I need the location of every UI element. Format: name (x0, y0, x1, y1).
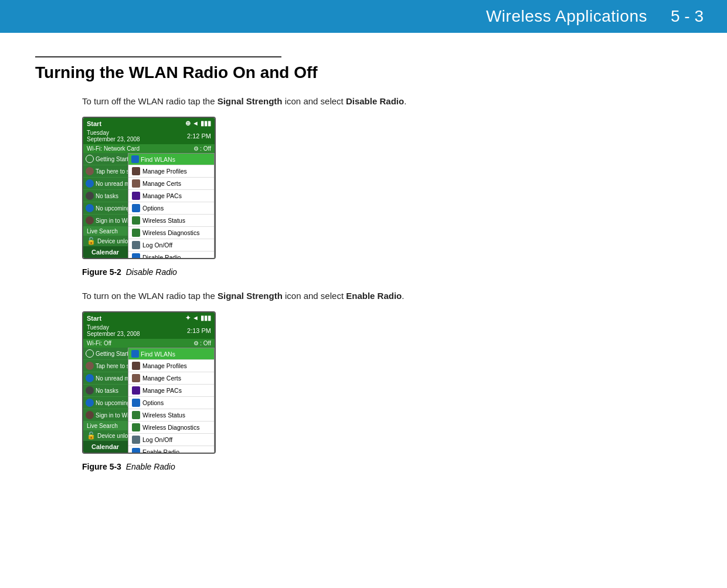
icon-getting-1 (86, 155, 94, 163)
section-divider (35, 56, 281, 57)
overlay-item-2-find[interactable]: Find WLANs (128, 348, 214, 360)
options-icon-2 (132, 399, 140, 407)
manage-pacs-icon-2 (132, 386, 140, 395)
options-icon (132, 204, 140, 212)
enable-radio-icon (132, 448, 140, 454)
overlay-item-1-profiles[interactable]: Manage Profiles (128, 165, 214, 178)
bt-label-1: ⚙ : Off (193, 145, 212, 152)
figure-2-container: Start ⊕ ◄ ▮▮▮ Tuesday September 23, 2008… (82, 117, 692, 259)
find-wlans-icon (131, 155, 139, 163)
wifi-label-1: Wi-Fi: Network Card (87, 145, 140, 152)
screen-body-2: Getting Start... Tap here to set... No u… (83, 348, 215, 441)
overlay-item-2-status[interactable]: Wireless Status (128, 409, 214, 422)
figure-3-container: Start ✦ ◄ ▮▮▮ Tuesday September 23, 2008… (82, 311, 692, 454)
overlay-menu-1: Find WLANs Manage Profiles Manage Certs … (128, 153, 215, 259)
paragraph-1: To turn off the WLAN radio tap the Signa… (82, 96, 692, 106)
date-2: September 23, 2008 (87, 331, 140, 337)
overlay-item-1-status[interactable]: Wireless Status (128, 215, 214, 227)
header-title: Wireless Applications (486, 7, 647, 26)
wireless-status-icon-1 (132, 216, 140, 225)
overlay-item-1-options[interactable]: Options (128, 202, 214, 215)
icon-tap-2 (86, 362, 94, 370)
datetime-row-2: Tuesday September 23, 2008 2:13 PM (83, 324, 215, 339)
mobile-screen-2: Start ✦ ◄ ▮▮▮ Tuesday September 23, 2008… (82, 311, 216, 454)
logon-icon-2 (132, 436, 140, 444)
time-2: 2:13 PM (187, 327, 211, 334)
overlay-item-2-enable[interactable]: Enable Radio (128, 446, 214, 454)
overlay-item-2-diag[interactable]: Wireless Diagnostics (128, 422, 214, 434)
overlay-item-2-pacs[interactable]: Manage PACs (128, 385, 214, 397)
section-heading: Turning the WLAN Radio On and Off (35, 63, 692, 82)
manage-pacs-icon (132, 192, 140, 200)
start-label-2: Start (87, 315, 101, 322)
icon-signin-1 (86, 216, 94, 225)
overlay-item-1-disable[interactable]: Disable Radio (128, 251, 214, 259)
icon-unread-1 (86, 179, 94, 188)
manage-profiles-icon-2 (132, 362, 140, 370)
date-1: September 23, 2008 (87, 136, 140, 142)
wifi-status-row-2: Wi-Fi: Off ⚙ : Off (83, 339, 215, 348)
icon-tasks-2 (86, 386, 94, 395)
mobile-screen-1: Start ⊕ ◄ ▮▮▮ Tuesday September 23, 2008… (82, 117, 216, 259)
day-2: Tuesday (87, 324, 140, 331)
bottom-calendar-1: Calendar (91, 249, 119, 256)
header-bar: Wireless Applications 5 - 3 (0, 0, 727, 33)
overlay-item-1-pacs[interactable]: Manage PACs (128, 190, 214, 202)
overlay-item-1-find[interactable]: Find WLANs (128, 154, 214, 165)
paragraph-2: To turn on the WLAN radio tap the Signal… (82, 291, 692, 301)
datetime-row-1: Tuesday September 23, 2008 2:12 PM (83, 129, 215, 144)
icon-signin-2 (86, 411, 94, 419)
topbar-icons-1: ⊕ ◄ ▮▮▮ (185, 120, 211, 127)
wifi-label-2: Wi-Fi: Off (87, 340, 111, 346)
icon-upcoming-1 (86, 204, 94, 212)
disable-radio-icon (132, 253, 140, 259)
main-content: Turning the WLAN Radio On and Off To tur… (0, 33, 727, 509)
find-wlans-icon-2 (131, 350, 139, 358)
manage-profiles-icon (132, 167, 140, 175)
logon-icon-1 (132, 241, 140, 249)
icon-getting-2 (86, 349, 94, 358)
day-1: Tuesday (87, 130, 140, 136)
overlay-item-2-logon[interactable]: Log On/Off (128, 434, 214, 446)
icon-unread-2 (86, 374, 94, 382)
wireless-diag-icon-1 (132, 229, 140, 237)
overlay-item-1-diag[interactable]: Wireless Diagnostics (128, 227, 214, 239)
icon-tasks-1 (86, 192, 94, 200)
start-label-1: Start (87, 120, 101, 127)
time-1: 2:12 PM (187, 132, 211, 140)
screen-body-1: Getting Start... Tap here to set... No u… (83, 153, 215, 246)
manage-certs-icon (132, 179, 140, 188)
icon-upcoming-2 (86, 399, 94, 407)
mobile-topbar-1: Start ⊕ ◄ ▮▮▮ (83, 118, 215, 129)
overlay-item-2-profiles[interactable]: Manage Profiles (128, 360, 214, 372)
icon-tap-1 (86, 167, 94, 175)
wireless-diag-icon-2 (132, 423, 140, 431)
bottom-calendar-2: Calendar (91, 443, 119, 450)
bt-label-2: ⚙ : Off (193, 340, 212, 346)
overlay-item-2-options[interactable]: Options (128, 397, 214, 409)
overlay-item-2-certs[interactable]: Manage Certs (128, 372, 214, 385)
overlay-menu-2: Find WLANs Manage Profiles Manage Certs … (128, 348, 215, 454)
figure-2-caption: Figure 5-2 Disable Radio (82, 267, 692, 277)
header-page: 5 - 3 (671, 7, 704, 26)
wireless-status-icon-2 (132, 411, 140, 419)
figure-3-caption: Figure 5-3 Enable Radio (82, 462, 692, 471)
overlay-item-1-logon[interactable]: Log On/Off (128, 239, 214, 251)
overlay-item-1-certs[interactable]: Manage Certs (128, 178, 214, 190)
mobile-topbar-2: Start ✦ ◄ ▮▮▮ (83, 312, 215, 324)
wifi-status-row-1: Wi-Fi: Network Card ⚙ : Off (83, 144, 215, 153)
topbar-icons-2: ✦ ◄ ▮▮▮ (185, 314, 211, 322)
manage-certs-icon-2 (132, 374, 140, 382)
